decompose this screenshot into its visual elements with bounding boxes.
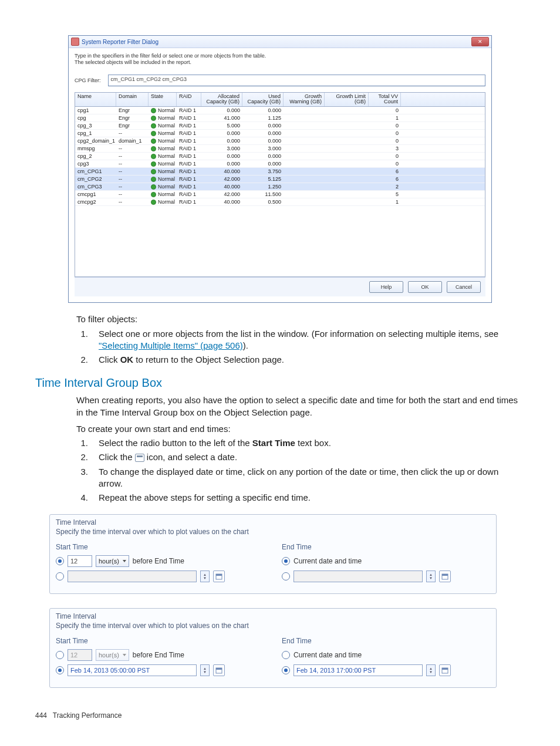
start-amount-input[interactable]: 12 <box>68 649 92 661</box>
table-row[interactable]: cpg2_domain_1domain_1NormalRAID 10.0000.… <box>75 137 485 145</box>
status-dot-icon <box>151 169 156 174</box>
table-row[interactable]: cmcpg2--NormalRAID 140.0000.5001 <box>75 198 485 206</box>
table-row[interactable]: cpg_2--NormalRAID 10.0000.0000 <box>75 153 485 160</box>
svg-rect-5 <box>216 668 222 670</box>
table-row[interactable]: cpgEngrNormalRAID 141.0001.1251 <box>75 114 485 122</box>
status-dot-icon <box>151 108 156 113</box>
filter-intro: To filter objects: <box>76 313 519 325</box>
ok-button[interactable]: OK <box>408 281 442 293</box>
end-date-spinner[interactable]: ▲▼ <box>426 664 436 676</box>
dialog-title: System Reporter Filter Dialog <box>82 39 158 45</box>
svg-rect-7 <box>442 668 448 670</box>
table-row[interactable]: cpg3--NormalRAID 10.0000.0000 <box>75 160 485 168</box>
list-item: 2.Click the icon, and select a date. <box>76 451 519 463</box>
status-dot-icon <box>151 177 156 182</box>
end-absolute-radio[interactable] <box>282 666 290 674</box>
calendar-icon[interactable] <box>213 571 225 582</box>
end-time-label: End Time <box>282 543 490 551</box>
dialog-icon <box>71 38 79 46</box>
start-relative-radio[interactable] <box>56 557 64 565</box>
calendar-icon[interactable] <box>439 664 451 676</box>
calendar-icon[interactable] <box>439 571 451 582</box>
start-relative-radio[interactable] <box>56 651 64 659</box>
cancel-button[interactable]: Cancel <box>447 281 481 293</box>
chevron-down-icon <box>123 560 126 562</box>
status-dot-icon <box>151 154 156 159</box>
section-p2: To create your own start and end times: <box>76 423 519 435</box>
end-date-spinner[interactable]: ▲▼ <box>426 571 436 582</box>
end-absolute-radio[interactable] <box>282 572 290 580</box>
svg-rect-3 <box>442 574 448 576</box>
start-amount-input[interactable]: 12 <box>68 555 92 567</box>
table-row[interactable]: mmspg--NormalRAID 13.0003.0003 <box>75 145 485 153</box>
close-icon[interactable]: ✕ <box>471 37 489 46</box>
end-date-input[interactable] <box>294 571 423 582</box>
doc-link[interactable]: "Selecting Multiple Items" (page 506) <box>99 340 243 350</box>
list-item: 2.Click OK to return to the Object Selec… <box>76 354 519 366</box>
table-row[interactable]: cpg_3EngrNormalRAID 15.0000.0000 <box>75 122 485 130</box>
ti-subtitle: Specify the time interval over which to … <box>56 528 490 536</box>
status-dot-icon <box>151 184 156 190</box>
start-unit-select[interactable]: hour(s) <box>96 649 129 661</box>
help-button[interactable]: Help <box>369 281 403 293</box>
status-dot-icon <box>151 116 156 121</box>
start-date-spinner[interactable]: ▲▼ <box>200 571 210 582</box>
table-row[interactable]: cpg1EngrNormalRAID 10.0000.0000 <box>75 107 485 114</box>
table-row[interactable]: cm_CPG1--NormalRAID 140.0003.7506 <box>75 168 485 175</box>
status-dot-icon <box>151 123 156 129</box>
table-row[interactable]: cmcpg1--NormalRAID 142.00011.5005 <box>75 191 485 198</box>
chevron-down-icon <box>123 654 126 656</box>
cpg-filter-label: CPG Filter: <box>75 77 101 83</box>
status-dot-icon <box>151 161 156 167</box>
start-date-input[interactable] <box>68 571 197 582</box>
current-label: Current date and time <box>294 557 362 565</box>
start-time-label: Start Time <box>56 543 264 551</box>
status-dot-icon <box>151 192 156 197</box>
status-dot-icon <box>151 200 156 205</box>
end-current-radio[interactable] <box>282 651 290 659</box>
dialog-intro-2: The selected objects will be included in… <box>75 59 485 66</box>
status-dot-icon <box>151 131 156 136</box>
list-item: 4.Repeat the above steps for setting a s… <box>76 492 519 504</box>
end-date-input[interactable]: Feb 14, 2013 17:00:00 PST <box>294 664 423 676</box>
status-dot-icon <box>151 139 156 144</box>
section-p1: When creating reports, you also have the… <box>76 394 519 418</box>
footer-section: Tracking Performance <box>53 711 122 720</box>
table-row[interactable]: cm_CPG3--NormalRAID 140.0001.2502 <box>75 183 485 191</box>
page-number: 444 <box>35 711 47 720</box>
table-header: Name Domain State RAID Allocated Capacit… <box>75 93 485 107</box>
cpg-filter-input[interactable]: cm_CPG1 cm_CPG2 cm_CPG3 <box>108 75 485 86</box>
time-interval-panel-1: Time Interval Specify the time interval … <box>49 514 497 594</box>
dialog-titlebar[interactable]: System Reporter Filter Dialog ✕ <box>69 36 491 48</box>
before-end-label: before End Time <box>133 557 184 565</box>
table-row[interactable]: cpg_1--NormalRAID 10.0000.0000 <box>75 130 485 137</box>
filter-dialog: System Reporter Filter Dialog ✕ Type in … <box>68 35 492 303</box>
svg-rect-1 <box>216 574 222 576</box>
table-row[interactable]: cm_CPG2--NormalRAID 142.0005.1256 <box>75 175 485 183</box>
dialog-intro-1: Type in the specifiers in the filter fie… <box>75 53 485 59</box>
list-item: 3.To change the displayed date or time, … <box>76 466 519 490</box>
list-item: 1.Select one or more objects from the li… <box>76 328 519 352</box>
start-date-spinner[interactable]: ▲▼ <box>200 664 210 676</box>
end-current-radio[interactable] <box>282 557 290 565</box>
list-item: 1.Select the radio button to the left of… <box>76 437 519 449</box>
section-heading: Time Interval Group Box <box>35 376 525 390</box>
ti-title: Time Interval <box>56 518 490 526</box>
time-interval-panel-2: Time Interval Specify the time interval … <box>49 608 497 688</box>
start-date-input[interactable]: Feb 14, 2013 05:00:00 PST <box>68 664 197 676</box>
start-absolute-radio[interactable] <box>56 666 64 674</box>
start-absolute-radio[interactable] <box>56 572 64 580</box>
status-dot-icon <box>151 146 156 151</box>
calendar-icon <box>135 454 144 462</box>
start-unit-select[interactable]: hour(s) <box>96 555 129 567</box>
cpg-table[interactable]: Name Domain State RAID Allocated Capacit… <box>75 92 485 278</box>
calendar-icon[interactable] <box>213 664 225 676</box>
